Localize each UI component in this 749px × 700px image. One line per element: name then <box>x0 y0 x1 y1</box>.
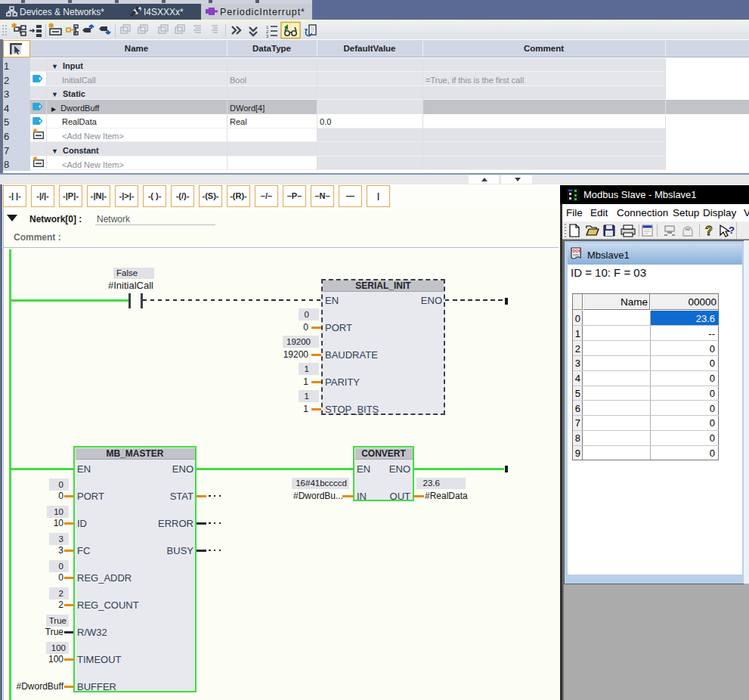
svg-text:?: ? <box>729 225 735 236</box>
svg-text:✱: ✱ <box>48 22 54 29</box>
svg-text:3: 3 <box>266 34 269 39</box>
svg-text:✱: ✱ <box>11 22 17 29</box>
svg-text:?: ? <box>705 225 713 237</box>
svg-text:DOC: DOC <box>573 249 582 253</box>
